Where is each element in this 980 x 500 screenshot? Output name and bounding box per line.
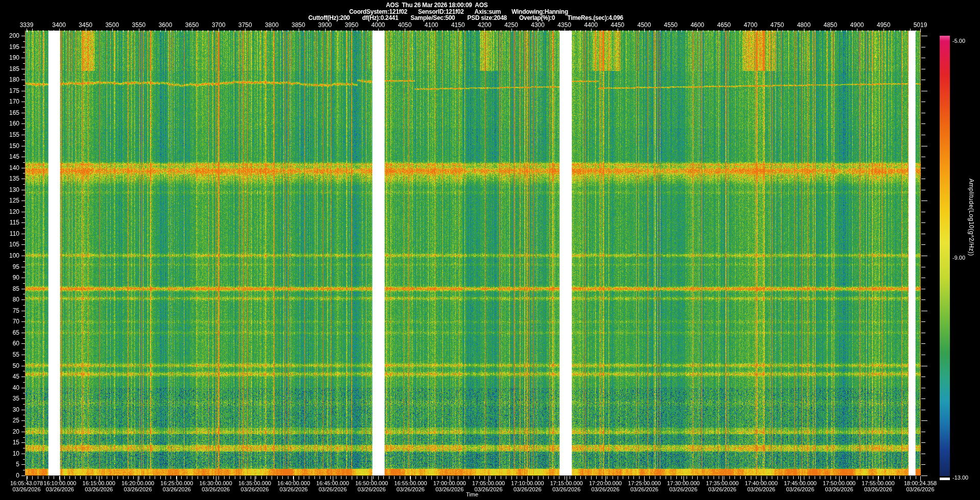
record-tick-label: 4950 (877, 22, 891, 28)
frequency-tick-label: 45 (0, 373, 19, 380)
record-tick-label: 4200 (478, 22, 492, 28)
time-tick-label: 17:10:00.000 03/26/2026 (511, 480, 544, 492)
frequency-tick-label: 35 (0, 395, 19, 402)
time-tick-label: 16:45:00.000 03/26/2026 (316, 480, 349, 492)
frequency-tick-label: 50 (0, 363, 19, 369)
frequency-tick-label: 100 (0, 253, 19, 259)
time-tick-label: 17:15:00.000 03/26/2026 (550, 480, 583, 492)
time-tick-label: 17:55:00.000 03/26/2026 (862, 480, 894, 492)
frequency-tick-label: 70 (0, 318, 19, 324)
frequency-tick-label: 195 (0, 44, 19, 50)
frequency-tick-label: 55 (0, 352, 19, 358)
record-tick-label: 4700 (744, 22, 757, 28)
frequency-tick-label: 130 (0, 187, 19, 193)
frequency-tick-label: 85 (0, 286, 19, 292)
time-tick-label: 17:20:00.000 03/26/2026 (589, 480, 622, 492)
record-tick-label: 4500 (638, 22, 651, 28)
colorbar-end-tick (940, 478, 950, 480)
frequency-tick-label: 10 (0, 451, 19, 457)
frequency-tick-label: 190 (0, 55, 19, 61)
record-tick-label: 4550 (664, 22, 678, 28)
colorbar-tick-mid: -9.00 (952, 255, 965, 261)
frequency-tick-label: 80 (0, 296, 19, 303)
colorbar (940, 36, 950, 476)
frequency-tick-label: 40 (0, 385, 19, 391)
frequency-tick-label: 15 (0, 439, 19, 445)
colorbar-tick-max: -5.00 (952, 38, 965, 44)
record-tick-label: 3900 (318, 22, 332, 28)
record-tick-label: 4350 (557, 22, 571, 28)
time-tick-label: 16:35:00.000 03/26/2026 (238, 480, 271, 492)
param-overlap: Overlap(%):0 (519, 14, 555, 21)
param-df: df(Hz):0.2441 (362, 14, 399, 21)
record-tick-label: 4900 (850, 22, 864, 28)
time-tick-label: 16:20:00.000 03/26/2026 (121, 480, 154, 492)
record-tick-label: 3950 (345, 22, 358, 28)
frequency-tick-label: 185 (0, 66, 19, 72)
frequency-tick-label: 30 (0, 407, 19, 413)
record-tick-label: 4000 (372, 22, 385, 28)
record-tick-label: 4450 (611, 22, 625, 28)
param-samplesec: Sample/Sec:500 (410, 14, 455, 21)
time-tick-label: 17:45:00.000 03/26/2026 (784, 480, 817, 492)
frequency-tick-label: 180 (0, 77, 19, 83)
time-tick-label: 17:25:00.000 03/26/2026 (628, 480, 660, 492)
colorbar-axis-label: Amplitude(Log10(g^2/Hz)) (968, 179, 975, 256)
frequency-tick-label: 145 (0, 154, 19, 160)
record-tick-label: 3550 (132, 22, 146, 28)
record-tick-label: 3850 (291, 22, 305, 28)
param-timeres: TimeRes.(sec):4.096 (567, 14, 623, 21)
record-tick-label: 4250 (504, 22, 518, 28)
header-title: AOS Thu 26 Mar 2026 18:00:09 AOS (386, 2, 487, 9)
record-tick-label: 3650 (185, 22, 199, 28)
record-tick-label: 5019 (914, 22, 927, 28)
time-tick-label: 16:10:00.000 03/26/2026 (43, 480, 76, 492)
frequency-tick-label: 90 (0, 274, 19, 281)
time-tick-label: 16:05:43.078 03/26/2026 (10, 480, 43, 492)
record-tick-label: 3450 (79, 22, 92, 28)
time-tick-label: 16:25:00.000 03/26/2026 (160, 480, 193, 492)
time-tick-label: 17:50:00.000 03/26/2026 (823, 480, 855, 492)
frequency-tick-label: 105 (0, 241, 19, 247)
frequency-tick-label: 95 (0, 264, 19, 270)
time-tick-label: 16:40:00.000 03/26/2026 (277, 480, 310, 492)
record-tick-label: 4300 (531, 22, 545, 28)
record-tick-label: 4650 (717, 22, 731, 28)
time-tick-label: 16:15:00.000 03/26/2026 (83, 480, 115, 492)
param-cutoff: Cuttoff(Hz):200 (308, 14, 350, 21)
frequency-tick-label: 25 (0, 417, 19, 423)
time-tick-label: 17:05:00.000 03/26/2026 (472, 480, 505, 492)
time-tick-label: 16:50:00.000 03/26/2026 (355, 480, 388, 492)
record-tick-label: 4150 (451, 22, 465, 28)
spectrogram-canvas (0, 0, 980, 500)
frequency-tick-label: 125 (0, 197, 19, 204)
time-tick-label: 17:35:00.000 03/26/2026 (706, 480, 739, 492)
time-tick-label: 18:00:24.358 03/26/2026 (904, 480, 937, 492)
frequency-tick-label: 110 (0, 231, 19, 237)
aos-spectrogram-app: AOS Thu 26 Mar 2026 18:00:09 AOS CoordSy… (0, 0, 980, 500)
record-tick-label: 4850 (823, 22, 837, 28)
frequency-tick-label: 65 (0, 330, 19, 336)
frequency-tick-label: 165 (0, 110, 19, 116)
frequency-tick-label: 120 (0, 209, 19, 215)
time-tick-label: 16:55:00.000 03/26/2026 (394, 480, 427, 492)
frequency-tick-label: 160 (0, 120, 19, 127)
frequency-tick-label: 60 (0, 340, 19, 346)
frequency-tick-label: 155 (0, 132, 19, 138)
record-tick-label: 4800 (797, 22, 811, 28)
record-tick-label: 3700 (212, 22, 226, 28)
param-psdsize: PSD size:2048 (468, 14, 507, 21)
frequency-tick-label: 150 (0, 143, 19, 149)
time-axis-title: Time (466, 491, 478, 497)
frequency-tick-label: 0 (0, 472, 19, 479)
header-params-row2: Cuttoff(Hz):200 df(Hz):0.2441 Sample/Sec… (308, 14, 623, 21)
record-tick-label: 4750 (770, 22, 784, 28)
record-tick-label: 3800 (265, 22, 279, 28)
frequency-tick-label: 140 (0, 165, 19, 171)
time-tick-label: 16:30:00.000 03/26/2026 (200, 480, 232, 492)
time-tick-label: 17:30:00.000 03/26/2026 (667, 480, 700, 492)
record-tick-label: 3500 (105, 22, 119, 28)
time-tick-label: 17:00:00.000 03/26/2026 (433, 480, 466, 492)
time-tick-label: 17:40:00.000 03/26/2026 (745, 480, 777, 492)
record-tick-label: 3750 (238, 22, 252, 28)
